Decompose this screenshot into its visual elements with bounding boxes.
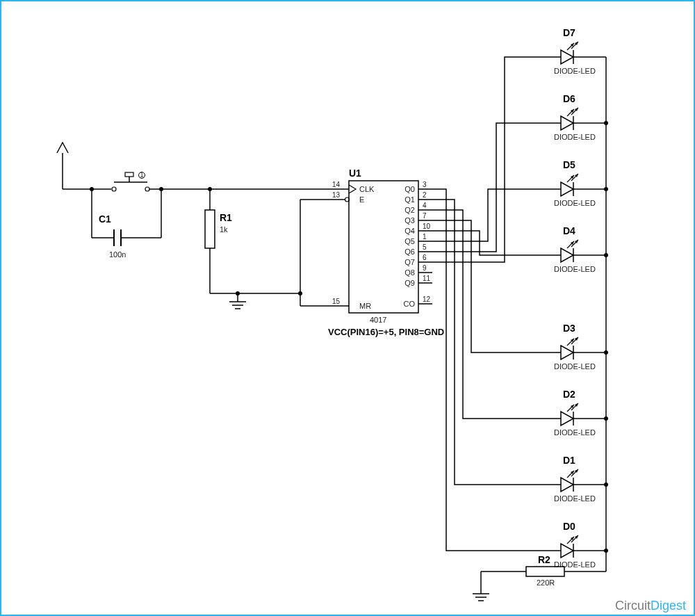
svg-text:D1: D1 <box>563 455 575 466</box>
led-bank: D7 DIODE-LED D6 DIODE-LED D5 DIODE-LED D… <box>432 27 608 572</box>
svg-text:DIODE-LED: DIODE-LED <box>554 265 596 273</box>
svg-text:D3: D3 <box>563 323 575 334</box>
circuit-diagram: U1 4017 VCC(PIN16)=+5, PIN8=GND 14 CLK 1… <box>0 0 695 616</box>
svg-text:Q8: Q8 <box>404 268 415 277</box>
ic-ref: U1 <box>349 168 361 179</box>
svg-text:DIODE-LED: DIODE-LED <box>554 133 596 141</box>
schematic-svg: U1 4017 VCC(PIN16)=+5, PIN8=GND 14 CLK 1… <box>1 1 695 616</box>
ic-note: VCC(PIN16)=+5, PIN8=GND <box>328 327 444 337</box>
svg-text:Q9: Q9 <box>404 279 415 287</box>
svg-text:D2: D2 <box>563 389 575 400</box>
push-button: 1 <box>112 171 149 191</box>
ground-icon <box>229 293 246 309</box>
svg-text:E: E <box>359 195 364 204</box>
svg-text:5: 5 <box>423 243 427 251</box>
svg-text:DIODE-LED: DIODE-LED <box>554 199 596 207</box>
svg-text:MR: MR <box>359 302 371 310</box>
r2-val: 220R <box>537 578 555 587</box>
svg-text:D0: D0 <box>563 521 575 532</box>
svg-text:10: 10 <box>423 222 431 230</box>
r2-ref: R2 <box>538 554 550 565</box>
svg-text:1: 1 <box>423 233 427 241</box>
svg-text:3: 3 <box>423 181 427 188</box>
svg-text:Q5: Q5 <box>404 237 415 245</box>
ic-part: 4017 <box>370 316 386 324</box>
svg-text:DIODE-LED: DIODE-LED <box>554 494 596 503</box>
input-network: 1 C1 100n R1 1k <box>57 143 335 309</box>
svg-rect-63 <box>125 172 133 177</box>
svg-text:DIODE-LED: DIODE-LED <box>554 428 596 437</box>
svg-text:4: 4 <box>423 202 427 209</box>
svg-text:Q6: Q6 <box>404 248 415 256</box>
r1-ref: R1 <box>220 212 232 223</box>
svg-text:DIODE-LED: DIODE-LED <box>554 67 596 75</box>
svg-text:DIODE-LED: DIODE-LED <box>554 362 596 371</box>
svg-text:13: 13 <box>332 191 341 199</box>
c1-val: 100n <box>109 250 126 259</box>
svg-text:CO: CO <box>404 300 416 308</box>
ground-icon <box>473 585 489 601</box>
svg-text:D6: D6 <box>563 93 575 104</box>
svg-point-60 <box>145 187 149 191</box>
svg-text:DIODE-LED: DIODE-LED <box>554 560 596 569</box>
svg-text:Q3: Q3 <box>404 216 415 225</box>
brand-label: CircuitDigest <box>615 599 686 613</box>
ic-4017: U1 4017 VCC(PIN16)=+5, PIN8=GND 14 CLK 1… <box>328 168 444 337</box>
svg-text:1: 1 <box>140 171 144 179</box>
svg-text:2: 2 <box>423 191 427 199</box>
svg-text:6: 6 <box>423 254 427 261</box>
svg-rect-74 <box>205 210 215 248</box>
c1-ref: C1 <box>99 213 111 225</box>
svg-text:12: 12 <box>423 295 431 303</box>
svg-text:9: 9 <box>423 264 427 272</box>
svg-text:D4: D4 <box>563 225 575 236</box>
svg-text:Q2: Q2 <box>404 206 415 214</box>
r1-val: 1k <box>220 225 228 234</box>
svg-text:7: 7 <box>423 212 427 220</box>
svg-text:D7: D7 <box>563 27 575 38</box>
svg-point-59 <box>112 187 116 191</box>
svg-text:Q0: Q0 <box>404 185 415 193</box>
svg-text:Q7: Q7 <box>404 258 415 266</box>
svg-text:Q1: Q1 <box>404 195 415 204</box>
svg-text:14: 14 <box>332 181 341 188</box>
svg-text:D5: D5 <box>563 159 575 170</box>
svg-text:Q4: Q4 <box>404 227 415 235</box>
svg-text:15: 15 <box>332 298 341 305</box>
svg-text:11: 11 <box>423 275 431 282</box>
svg-text:CLK: CLK <box>359 185 375 193</box>
led-icon <box>550 42 584 64</box>
